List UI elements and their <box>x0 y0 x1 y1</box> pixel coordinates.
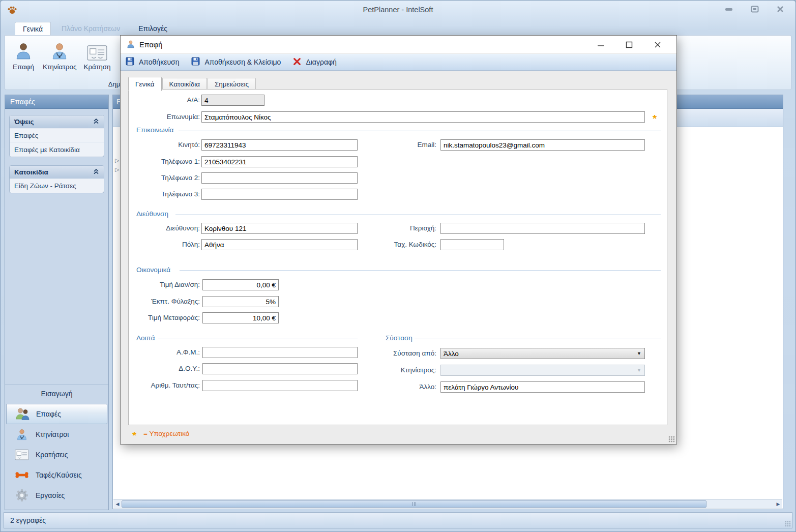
area-label: Περιοχή: <box>345 223 436 234</box>
save-button[interactable]: Αποθήκευση <box>126 57 179 67</box>
contacts-people-icon <box>15 407 30 421</box>
sidebar-group-pets-header[interactable]: Κατοικίδια <box>10 166 104 179</box>
vet-label: Κτηνίατρος: <box>345 365 436 376</box>
dialog-maximize-button[interactable] <box>624 40 635 50</box>
price-transport-label: Τιμή Μεταφοράς: <box>129 312 200 323</box>
nav-item-tasks-label: Εργασίες <box>36 491 65 499</box>
nav-item-vets-label: Κτηνίατροι <box>36 430 69 438</box>
ribbon-tab-general[interactable]: Γενικά <box>15 22 51 36</box>
collapse-chevron-icon <box>93 168 99 176</box>
price-stay-field[interactable] <box>202 279 279 290</box>
scroll-right-icon[interactable]: ▶ <box>774 500 782 509</box>
main-window: PetPlanner - IntelSoft Γενικά Πλάνο Κρατ… <box>0 0 796 532</box>
sidebar-header: Επαφές <box>5 95 108 109</box>
save-close-floppy-icon <box>191 57 200 67</box>
new-booking-label: Κράτηση <box>83 63 110 71</box>
zip-field[interactable] <box>440 239 504 250</box>
city-field[interactable] <box>201 239 358 250</box>
sidebar-item-contacts-with-pets[interactable]: Επαφές με Κατοικίδια <box>10 142 104 157</box>
new-vet-button[interactable]: Κτηνίατρος <box>41 38 78 72</box>
close-button[interactable] <box>773 5 787 14</box>
discount-field[interactable] <box>202 296 279 307</box>
minimize-button[interactable] <box>722 5 736 14</box>
sidebar-item-contacts[interactable]: Επαφές <box>10 128 104 142</box>
save-close-label: Αποθήκευση & Κλείσιμο <box>204 58 281 66</box>
main-titlebar: PetPlanner - IntelSoft <box>1 1 795 20</box>
name-field[interactable] <box>201 111 645 123</box>
required-star-icon: * <box>132 432 136 439</box>
id-card-field[interactable] <box>202 380 358 391</box>
zip-label: Ταχ. Κωδικός: <box>345 239 436 250</box>
nav-item-vets[interactable]: Κτηνίατροι <box>6 424 107 445</box>
afm-label: Α.Φ.Μ.: <box>129 347 200 358</box>
restore-button[interactable] <box>748 5 762 14</box>
price-stay-label: Τιμή Διαν/ση: <box>129 279 200 290</box>
nav-item-burials[interactable]: Ταφές/Καύσεις <box>6 465 107 485</box>
phone2-field[interactable] <box>201 172 358 184</box>
doy-label: Δ.Ο.Υ.: <box>129 363 200 374</box>
dialog-toolbar: Αποθήκευση Αποθήκευση & Κλείσιμο Διαγραφ… <box>121 54 676 71</box>
dialog-minimize-button[interactable] <box>595 40 606 50</box>
new-contact-button[interactable]: Επαφή <box>9 38 38 72</box>
referral-other-field[interactable] <box>440 381 645 393</box>
mobile-field[interactable] <box>201 139 358 151</box>
mobile-label: Κινητό: <box>129 139 200 151</box>
referral-from-combo[interactable]: Άλλο ▼ <box>440 348 645 359</box>
new-contact-label: Επαφή <box>11 63 36 71</box>
save-floppy-icon <box>126 57 134 67</box>
phone2-label: Τηλέφωνο 2: <box>129 172 200 184</box>
grid-row-expander[interactable]: ▷ <box>115 166 119 173</box>
afm-field[interactable] <box>202 347 358 358</box>
sidebar-group-pets-title: Κατοικίδια <box>14 168 48 176</box>
dialog-person-icon <box>127 40 135 50</box>
phone1-field[interactable] <box>201 156 358 167</box>
section-address: Διεύθυνση <box>136 210 168 218</box>
scrollbar-thumb[interactable] <box>122 500 706 508</box>
area-field[interactable] <box>440 223 645 234</box>
delete-button[interactable]: Διαγραφή <box>293 57 336 67</box>
nav-item-burials-label: Ταφές/Καύσεις <box>36 471 82 479</box>
email-field[interactable] <box>440 139 645 151</box>
delete-label: Διαγραφή <box>306 58 336 66</box>
grid-row-expander[interactable]: ▷ <box>115 157 119 164</box>
ribbon-tab-booking-plan[interactable]: Πλάνο Κρατήσεων <box>54 22 128 36</box>
phone1-label: Τηλέφωνο 1: <box>129 156 200 167</box>
ribbon-tab-strip: Γενικά Πλάνο Κρατήσεων Επιλογές <box>15 22 175 36</box>
nav-item-contacts-label: Επαφές <box>36 410 61 418</box>
dialog-resize-grip[interactable] <box>668 436 675 442</box>
dialog-close-button[interactable] <box>652 40 663 50</box>
sidebar-nav: Εισαγωγή Επαφές Κτηνίατροι Κρατήσεις <box>5 384 108 510</box>
nav-item-bookings[interactable]: Κρατήσεις <box>6 445 107 465</box>
nav-item-contacts[interactable]: Επαφές <box>6 404 107 424</box>
horizontal-scrollbar[interactable]: ◀ ▶ <box>113 499 782 508</box>
doy-field[interactable] <box>202 363 358 374</box>
window-resize-grip[interactable] <box>785 521 791 527</box>
sidebar-group-views: Όψεις Επαφές Επαφές με Κατοικίδια <box>9 115 104 157</box>
nav-item-tasks[interactable]: Εργασίες <box>6 485 107 506</box>
booking-card-icon <box>83 39 110 61</box>
street-field[interactable] <box>201 223 358 234</box>
save-close-button[interactable]: Αποθήκευση & Κλείσιμο <box>191 57 281 67</box>
sidebar-item-species-breeds[interactable]: Είδη Ζώων - Ράτσες <box>10 179 104 193</box>
dialog-titlebar: Επαφή <box>121 36 676 54</box>
sidebar-group-views-title: Όψεις <box>14 118 34 126</box>
sidebar-group-views-header[interactable]: Όψεις <box>10 115 104 128</box>
section-contact: Επικοινωνία <box>136 126 173 134</box>
new-booking-button[interactable]: Κράτηση <box>81 38 112 72</box>
referral-other-label: Άλλο: <box>345 381 436 393</box>
phone3-field[interactable] <box>201 189 358 200</box>
combo-arrow-icon: ▼ <box>637 351 641 356</box>
collapse-chevron-icon <box>93 118 99 126</box>
bookings-card-icon <box>14 449 30 460</box>
section-referral: Σύσταση <box>386 334 412 342</box>
tab-general[interactable]: Γενικά <box>128 77 162 91</box>
vet-person-icon <box>43 39 76 61</box>
id-card-label: Αριθμ. Ταυτ/τας: <box>129 380 200 391</box>
contact-person-icon <box>11 39 36 61</box>
price-transport-field[interactable] <box>202 312 279 323</box>
contact-form: Α/Α: Επωνυμία: * Επικοινωνία Κινητό: Ema… <box>128 89 667 425</box>
id-label: Α/Α: <box>129 95 200 106</box>
ribbon-tab-options[interactable]: Επιλογές <box>131 22 175 36</box>
scroll-left-icon[interactable]: ◀ <box>113 500 122 509</box>
street-label: Διεύθυνση: <box>129 223 200 234</box>
